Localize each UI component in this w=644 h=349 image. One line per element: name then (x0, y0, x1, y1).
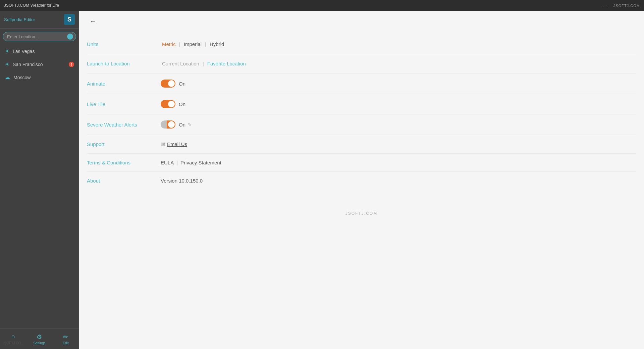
title-watermark: JSOFTJ.COM (613, 4, 640, 8)
nav-item-home[interactable]: ⌂ JSOFTJ.CO... (0, 329, 26, 349)
city-item-moscow[interactable]: ☁ Moscow (0, 71, 79, 84)
severe-weather-toggle-knob (168, 121, 175, 128)
nav-edit-label: Edit (63, 341, 68, 345)
about-value: Version 10.0.150.0 (161, 178, 636, 184)
launch-value: Current Location | Favorite Location (161, 60, 636, 67)
nav-item-settings[interactable]: ⚙ Settings (26, 329, 52, 349)
launch-sep: | (203, 61, 204, 66)
terms-label: Terms & Conditions (87, 160, 161, 165)
severe-weather-toggle[interactable] (161, 120, 175, 129)
animate-label: Animate (87, 81, 161, 87)
eula-link[interactable]: EULA (161, 160, 174, 165)
city-icon-cloud: ☁ (5, 74, 10, 81)
live-tile-on-text: On (179, 101, 185, 107)
nav-settings-label: Settings (33, 341, 45, 345)
back-button[interactable]: ← (87, 16, 99, 27)
live-tile-value: On (161, 100, 636, 108)
unit-hybrid[interactable]: Hybrid (208, 41, 225, 48)
launch-label: Launch-to Location (87, 61, 161, 66)
edit-icon: ✏ (63, 333, 68, 341)
city-item-san-francisco[interactable]: ☀ San Francisco ! (0, 58, 79, 71)
terms-value: EULA | Privacy Statement (161, 160, 636, 165)
center-watermark: JSOFTJ.COM (79, 211, 644, 216)
live-tile-toggle[interactable] (161, 100, 175, 108)
animate-on-text: On (179, 81, 185, 87)
settings-row-severe-weather: Severe Weather Alerts On ✎ (87, 114, 636, 135)
city-icon-sun-sf: ☀ (5, 61, 9, 67)
minimize-button[interactable]: — (602, 3, 607, 8)
units-label: Units (87, 41, 161, 47)
severe-weather-on-text: On (179, 122, 185, 128)
units-value: Metric | Imperial | Hybrid (161, 41, 636, 48)
city-name-moscow: Moscow (13, 75, 31, 80)
city-icon-sun: ☀ (5, 48, 9, 54)
animate-toggle-knob (168, 80, 175, 87)
city-name-san-francisco: San Francisco (13, 62, 43, 67)
unit-sep-2: | (205, 41, 206, 47)
settings-header: ← (79, 11, 644, 32)
nav-home-label: JSOFTJ.CO... (3, 341, 24, 346)
nav-item-edit[interactable]: ✏ Edit (53, 329, 79, 349)
support-value: ✉ Email Us (161, 141, 636, 147)
main-content: ← Units Metric | Imperial | Hybrid Launc… (79, 11, 644, 349)
settings-row-live-tile: Live Tile On (87, 94, 636, 114)
settings-row-about: About Version 10.0.150.0 (87, 172, 636, 190)
severe-weather-value: On ✎ (161, 120, 636, 129)
sidebar: Softpedia Editor S ☀ Las Vegas ☀ San Fra… (0, 11, 79, 349)
settings-table: Units Metric | Imperial | Hybrid Launch-… (79, 32, 644, 198)
terms-sep: | (176, 160, 178, 165)
city-name-las-vegas: Las Vegas (13, 49, 35, 54)
version-text: Version 10.0.150.0 (161, 178, 203, 184)
severe-weather-info-icon: ✎ (187, 122, 192, 127)
settings-row-units: Units Metric | Imperial | Hybrid (87, 35, 636, 54)
title-bar-left: JSOFTJ.COM Weather for Life (4, 3, 59, 8)
about-label: About (87, 178, 161, 184)
settings-row-terms: Terms & Conditions EULA | Privacy Statem… (87, 154, 636, 172)
settings-icon: ⚙ (37, 333, 42, 341)
support-label: Support (87, 141, 161, 147)
unit-metric[interactable]: Metric (161, 41, 177, 48)
softpedia-logo: S (64, 14, 75, 25)
launch-current[interactable]: Current Location (161, 60, 201, 67)
softpedia-editor-label: Softpedia Editor (4, 17, 35, 22)
settings-row-animate: Animate On (87, 73, 636, 94)
live-tile-toggle-knob (168, 101, 175, 107)
unit-imperial[interactable]: Imperial (182, 41, 203, 48)
app-title: JSOFTJ.COM Weather for Life (4, 3, 59, 8)
app-body: Softpedia Editor S ☀ Las Vegas ☀ San Fra… (0, 11, 644, 349)
city-error-badge: ! (69, 62, 74, 67)
sidebar-header: Softpedia Editor S (0, 11, 79, 29)
city-list: ☀ Las Vegas ☀ San Francisco ! ☁ Moscow (0, 45, 79, 329)
title-bar-right: — JSOFTJ.COM (602, 3, 640, 8)
title-bar: JSOFTJ.COM Weather for Life — JSOFTJ.COM (0, 0, 644, 11)
launch-favorite[interactable]: Favorite Location (206, 60, 247, 67)
settings-row-support: Support ✉ Email Us (87, 135, 636, 154)
bottom-nav: ⌂ JSOFTJ.CO... ⚙ Settings ✏ Edit (0, 329, 79, 349)
privacy-statement-link[interactable]: Privacy Statement (180, 160, 221, 165)
unit-sep-1: | (179, 41, 180, 47)
severe-weather-label: Severe Weather Alerts (87, 122, 161, 128)
animate-toggle[interactable] (161, 80, 175, 88)
email-icon: ✉ (161, 141, 165, 147)
live-tile-label: Live Tile (87, 101, 161, 107)
location-search-input[interactable] (7, 34, 67, 39)
email-us-link[interactable]: Email Us (167, 141, 187, 147)
location-search-container[interactable] (3, 32, 76, 41)
animate-value: On (161, 80, 636, 88)
city-item-las-vegas[interactable]: ☀ Las Vegas (0, 45, 79, 58)
location-dot-icon[interactable] (67, 34, 73, 40)
home-icon: ⌂ (11, 333, 15, 340)
settings-row-launch: Launch-to Location Current Location | Fa… (87, 54, 636, 73)
